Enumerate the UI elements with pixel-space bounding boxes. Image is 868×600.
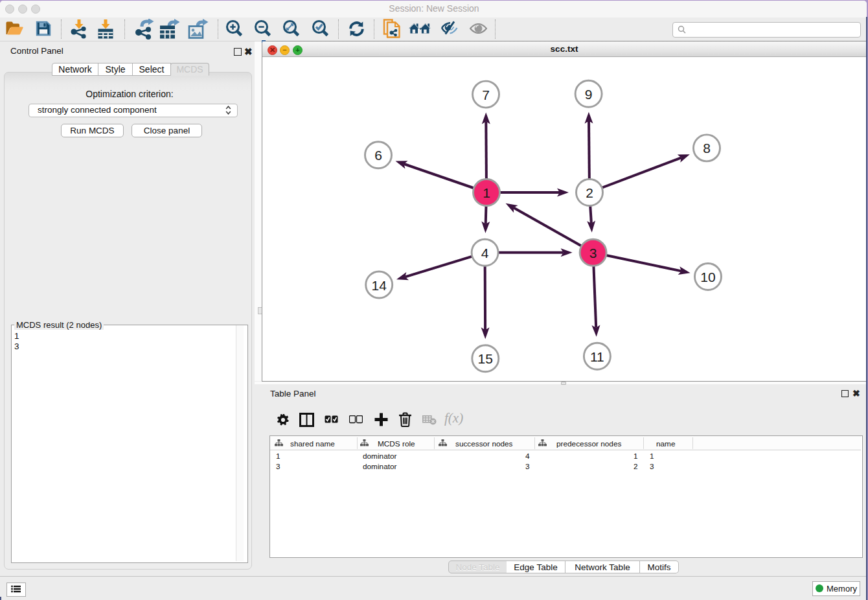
svg-text:3: 3 (589, 246, 597, 260)
svg-text:7: 7 (482, 87, 490, 102)
svg-text:2: 2 (586, 185, 593, 200)
svg-text:11: 11 (590, 349, 604, 364)
svg-text:1: 1 (483, 185, 490, 200)
svg-text:15: 15 (478, 351, 493, 366)
svg-text:10: 10 (700, 270, 715, 284)
svg-text:8: 8 (703, 141, 711, 156)
svg-text:4: 4 (481, 246, 489, 260)
svg-text:6: 6 (374, 148, 382, 163)
svg-text:9: 9 (585, 87, 593, 102)
svg-text:14: 14 (372, 278, 387, 293)
